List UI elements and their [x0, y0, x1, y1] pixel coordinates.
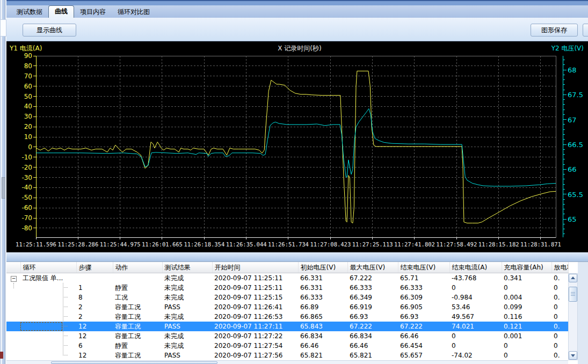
table-row[interactable]: 6静置未完成2020-09-07 11:27:5466.4666.4666.45…	[6, 341, 568, 351]
table-vertical-scrollbar[interactable]	[568, 273, 578, 360]
svg-text:11:27:08.423: 11:27:08.423	[310, 241, 351, 247]
svg-text:11:25:28.286: 11:25:28.286	[57, 241, 98, 247]
panel-divider-strip	[6, 252, 588, 261]
svg-text:11:26:18.354: 11:26:18.354	[184, 241, 224, 247]
table-row[interactable]: 12容量工况PASS2020-09-07 11:27:5665.82165.82…	[6, 351, 568, 360]
table-row[interactable]: 2容量工况PASS2020-09-07 11:26:4166.8966.9196…	[6, 302, 568, 312]
table-right-filler	[578, 262, 588, 364]
svg-text:66.5: 66.5	[568, 141, 583, 149]
svg-text:11:26:51.734: 11:26:51.734	[268, 241, 309, 247]
svg-text:30: 30	[24, 113, 32, 120]
column-header-2[interactable]: 步骤	[76, 262, 113, 273]
column-header-9[interactable]: 结束电流(A)	[449, 262, 502, 273]
svg-text:11:26:35.044: 11:26:35.044	[226, 241, 267, 247]
svg-text:10: 10	[24, 133, 32, 141]
y2-axis-title: Y2 电压(V)	[551, 44, 584, 53]
svg-text:11:27:58.492: 11:27:58.492	[436, 241, 477, 247]
sliver-box	[0, 19, 6, 37]
svg-text:11:26:01.665: 11:26:01.665	[142, 241, 183, 247]
tab-4[interactable]: 循环对比图	[112, 6, 156, 18]
svg-text:67: 67	[568, 116, 577, 124]
column-header-6[interactable]: 初始电压(V)	[298, 262, 347, 273]
tab-1[interactable]: 测试数据	[11, 6, 48, 18]
tree-branch	[63, 287, 68, 288]
scroll-up-button[interactable]	[569, 274, 577, 282]
tab-bar: 测试数据曲线项目内容循环对比图	[6, 5, 588, 18]
svg-text:0: 0	[28, 143, 32, 151]
svg-text:65.5: 65.5	[568, 191, 583, 199]
tree-column-header	[6, 262, 20, 273]
tree-branch	[63, 297, 68, 297]
clipped-curve-button[interactable]: 曲	[583, 24, 588, 37]
tree-branch	[63, 326, 68, 326]
svg-text:-40: -40	[21, 184, 32, 191]
svg-text:-60: -60	[21, 204, 32, 212]
table-row[interactable]: 12容量工况未完成2020-09-07 11:27:2266.83466.834…	[6, 331, 568, 341]
y1-axis-title: Y1 电流(A)	[10, 44, 42, 53]
vertical-scrollbar-thumb[interactable]	[569, 287, 577, 302]
svg-text:11:25:11.596: 11:25:11.596	[16, 241, 56, 247]
column-header-7[interactable]: 最大电压(V)	[347, 262, 398, 273]
tab-2[interactable]: 曲线	[48, 5, 74, 18]
arrow-down-icon	[571, 354, 575, 357]
svg-text:50: 50	[24, 93, 32, 100]
column-header-4[interactable]: 测试结果	[162, 262, 212, 273]
tree-branch	[63, 345, 68, 346]
column-header-5[interactable]: 开始时间	[212, 262, 298, 273]
tree-line	[63, 283, 63, 355]
tree-branch	[63, 336, 68, 336]
sliver-scrollbar-thumb	[2, 177, 5, 199]
tree-collapse-icon[interactable]: −	[11, 276, 17, 282]
tree-branch	[63, 316, 68, 317]
selection-focus-rect	[20, 322, 62, 331]
svg-text:65: 65	[568, 215, 577, 223]
table-row[interactable]: 工况限值 单...未完成2020-09-07 11:25:1166.33167.…	[6, 273, 568, 283]
step-results-table-wrap: 循环步骤动作测试结果开始时间初始电压(V)最大电压(V)结束电压(V)结束电流(…	[6, 261, 588, 364]
window-top-band	[6, 0, 588, 5]
svg-text:40: 40	[24, 103, 32, 110]
tree-branch	[63, 355, 68, 355]
svg-text:70: 70	[24, 72, 32, 80]
scroll-down-button[interactable]	[569, 351, 577, 360]
column-header-3[interactable]: 动作	[113, 262, 162, 273]
save-graph-button[interactable]: 图形保存	[531, 24, 578, 37]
svg-text:60: 60	[24, 83, 32, 90]
svg-text:11:28:31.871: 11:28:31.871	[520, 241, 561, 247]
step-results-table: 循环步骤动作测试结果开始时间初始电压(V)最大电压(V)结束电压(V)结束电流(…	[6, 262, 569, 360]
chart-panel: Y1 电流(A) X 记录时间(秒) Y2 电压(V) 11:25:11.596…	[6, 41, 588, 252]
table-row[interactable]: 8工况未完成2020-09-07 11:25:1566.33366.34966.…	[6, 293, 568, 302]
column-header-11[interactable]: 放电容	[551, 262, 568, 273]
svg-text:-10: -10	[21, 154, 32, 161]
arrow-up-icon	[571, 276, 575, 279]
show-curve-button[interactable]: 显示曲线	[23, 24, 76, 37]
table-header-row: 循环步骤动作测试结果开始时间初始电压(V)最大电压(V)结束电压(V)结束电流(…	[6, 262, 568, 273]
sliver-text-fragment	[0, 352, 3, 359]
background-window-sliver	[0, 0, 6, 364]
tab-3[interactable]: 项目内容	[74, 6, 112, 18]
table-row[interactable]: 1静置未完成2020-09-07 11:25:1166.33166.33366.…	[6, 283, 568, 293]
table-horizontal-scrollbar[interactable]	[6, 360, 568, 364]
table-row[interactable]: 2容量工况未完成2020-09-07 11:26:5366.86566.9366…	[6, 312, 568, 322]
toolbar: 显示曲线 图形保存 曲	[6, 18, 588, 41]
svg-text:68: 68	[568, 66, 577, 74]
column-header-10[interactable]: 充电容量(Ah)	[502, 262, 551, 273]
column-header-8[interactable]: 结束电压(V)	[398, 262, 449, 273]
horizontal-scrollbar-thumb[interactable]	[51, 361, 217, 364]
tree-branch	[63, 307, 68, 307]
curve-chart: 11:25:11.59611:25:28.28611:25:44.97511:2…	[6, 41, 588, 252]
svg-text:-80: -80	[21, 224, 32, 232]
svg-text:-30: -30	[21, 174, 32, 181]
svg-text:-50: -50	[21, 194, 32, 201]
svg-text:20: 20	[24, 123, 32, 130]
table-row[interactable]: 12容量工况PASS2020-09-07 11:27:1165.84367.22…	[6, 322, 568, 331]
svg-text:11:27:41.802: 11:27:41.802	[394, 241, 435, 247]
svg-text:67.5: 67.5	[568, 91, 583, 99]
svg-text:-20: -20	[21, 164, 32, 171]
svg-text:80: 80	[24, 62, 32, 70]
column-header-1[interactable]: 循环	[20, 262, 76, 273]
svg-text:11:27:25.113: 11:27:25.113	[352, 241, 393, 247]
thumb-grip	[571, 292, 575, 293]
svg-text:90: 90	[24, 52, 32, 60]
svg-text:-70: -70	[21, 214, 32, 222]
svg-text:66: 66	[568, 165, 577, 173]
